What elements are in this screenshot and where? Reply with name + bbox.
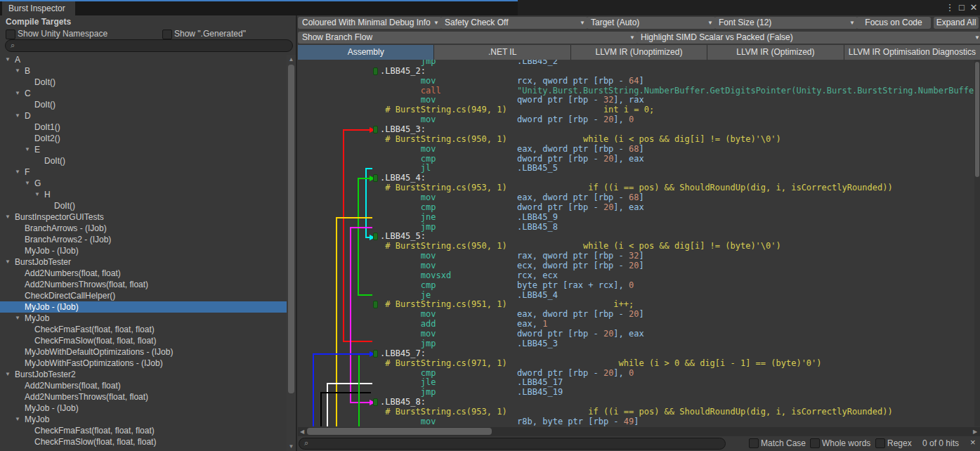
code-horizontal-scrollbar[interactable]: ◀ ▶ — [298, 427, 980, 436]
target-dropdown[interactable]: Target (Auto) ▼ — [587, 17, 716, 29]
match-case-label: Match Case — [761, 438, 806, 448]
simd-highlight-dropdown[interactable]: Highlight SIMD Scalar vs Packed (False) … — [636, 32, 980, 44]
tree-item[interactable]: BranchArrows2 - (IJob) — [0, 234, 287, 245]
scroll-right-icon[interactable]: ▶ — [971, 429, 979, 435]
tree-item[interactable]: CheckDirectCallHelper() — [0, 290, 287, 301]
tree-item[interactable]: MyJob - (IJob) — [0, 301, 287, 313]
tree-item[interactable]: ▼A — [0, 54, 287, 65]
font-size-dropdown[interactable]: Font Size (12) ▼ — [714, 17, 858, 29]
window-tab-burst-inspector[interactable]: Burst Inspector — [2, 1, 75, 15]
expanded-triangle-icon[interactable]: ▼ — [15, 65, 20, 77]
find-input[interactable]: ⌕ — [299, 438, 726, 450]
show-generated-checkbox[interactable] — [162, 30, 172, 39]
tree-item[interactable]: DoIt1() — [0, 122, 287, 133]
expanded-triangle-icon[interactable]: ▼ — [15, 414, 20, 425]
tab-llvm-ir-optimized[interactable]: LLVM IR (Optimized) — [707, 45, 844, 60]
tree-item[interactable]: ▼B — [0, 65, 287, 77]
tree-item[interactable]: Add2Numbers(float, float) — [0, 380, 287, 391]
tree-item[interactable]: ▼MyJob — [0, 313, 287, 324]
asm-seg-op: .LBB45_19 — [517, 387, 563, 397]
expanded-triangle-icon[interactable]: ▼ — [25, 144, 30, 155]
tree-item[interactable]: Add2NumbersThrows(float, float) — [0, 279, 287, 290]
code-vscroll-thumb[interactable] — [975, 62, 979, 177]
asm-seg-num: 20 — [603, 329, 613, 339]
debug-info-dropdown[interactable]: Coloured With Minimal Debug Info ▼ — [298, 17, 442, 29]
expanded-triangle-icon[interactable]: ▼ — [15, 88, 20, 99]
tree-item-label: CheckFmaFast(float, float, float) — [34, 324, 155, 335]
tab-net-il[interactable]: .NET IL — [434, 45, 570, 60]
asm-seg-op: dword ptr [rbp - — [517, 115, 603, 124]
asm-seg-op: .LBB45_8 — [517, 222, 558, 232]
expanded-triangle-icon[interactable]: ▼ — [5, 211, 11, 223]
tab-llvm-ir-unoptimized[interactable]: LLVM IR (Unoptimized) — [571, 45, 707, 60]
tree-item[interactable]: DoIt() — [0, 200, 287, 211]
tree-item[interactable]: BranchArrows - (IJob) — [0, 223, 287, 234]
tree-item[interactable]: ▼E — [0, 144, 287, 155]
tree-item[interactable]: ▼G — [0, 178, 287, 189]
tree-item[interactable]: CheckFmaFast(float, float, float) — [0, 324, 287, 335]
tree-item[interactable]: DoIt() — [0, 77, 287, 88]
tree-item[interactable]: CheckFmaFast(float, float, float) — [0, 425, 287, 436]
scroll-up-icon[interactable]: ▲ — [287, 56, 296, 63]
expanded-triangle-icon[interactable]: ▼ — [15, 110, 20, 122]
code-vertical-scrollbar[interactable] — [974, 60, 980, 426]
expanded-triangle-icon[interactable]: ▼ — [5, 369, 11, 380]
tree-item[interactable]: DoIt() — [0, 155, 287, 166]
maximize-icon[interactable]: □ — [956, 0, 967, 15]
expanded-triangle-icon[interactable]: ▼ — [15, 313, 20, 324]
tree-item[interactable]: DoIt() — [0, 99, 287, 110]
expanded-triangle-icon[interactable]: ▼ — [15, 166, 20, 178]
tree-search-input[interactable]: ⌕ — [5, 39, 293, 52]
tab-assembly[interactable]: Assembly — [298, 45, 434, 60]
show-unity-namespace-checkbox[interactable] — [6, 30, 15, 39]
tree-scrollbar[interactable]: ▲ ▼ — [287, 55, 296, 451]
asm-seg-mn: mov — [380, 115, 517, 124]
expanded-triangle-icon[interactable]: ▼ — [25, 178, 30, 189]
tree-item[interactable]: ▼H — [0, 189, 287, 200]
safety-check-dropdown[interactable]: Safety Check Off ▼ — [440, 17, 588, 29]
tree-item[interactable]: ▼C — [0, 88, 287, 99]
scroll-left-icon[interactable]: ◀ — [298, 429, 306, 435]
tree-item[interactable]: ▼MyJob — [0, 414, 287, 425]
asm-line: mov eax, dword ptr [rbp - 68] — [298, 145, 974, 155]
branch-flow-dropdown[interactable]: Show Branch Flow ▼ — [298, 32, 638, 44]
match-case-checkbox[interactable] — [749, 438, 759, 448]
tree-scrollbar-thumb[interactable] — [288, 65, 294, 393]
whole-words-checkbox[interactable] — [810, 438, 820, 448]
expanded-triangle-icon[interactable]: ▼ — [5, 256, 11, 268]
assembly-code-view[interactable]: jmp .LBB45_2.LBB45_2: mov rcx, qword ptr… — [298, 60, 974, 426]
expanded-triangle-icon[interactable]: ▼ — [34, 189, 40, 200]
close-find-icon[interactable]: × — [970, 438, 976, 447]
tree-item[interactable]: ▼D — [0, 110, 287, 122]
tree-item[interactable]: ▼BurstJobTester2 — [0, 369, 287, 380]
window-menu-icon[interactable]: ⋮ — [944, 0, 955, 15]
scroll-down-icon[interactable]: ▼ — [287, 443, 296, 450]
tree-item[interactable]: DoIt2() — [0, 133, 287, 144]
focus-on-code-button[interactable]: Focus on Code — [856, 17, 931, 29]
chevron-down-icon: ▼ — [629, 32, 635, 44]
tree-item[interactable]: CheckFmaSlow(float, float, float) — [0, 335, 287, 346]
tree-item[interactable]: ▼BurstJobTester — [0, 256, 287, 268]
chevron-down-icon: ▼ — [580, 17, 585, 29]
tree-item[interactable]: MyJob - (IJob) — [0, 403, 287, 414]
tree-item[interactable]: CheckFmaSlow(float, float, float) — [0, 436, 287, 447]
expand-all-button[interactable]: Expand All — [934, 17, 979, 29]
tree-item[interactable]: MyJobWithFastOptimizations - (IJob) — [0, 358, 287, 369]
tree-item-label: Add2NumbersThrows(float, float) — [25, 279, 148, 290]
tree-item[interactable]: ▼BurstInspectorGUITests — [0, 211, 287, 223]
block-marker-icon — [373, 350, 378, 358]
code-hscroll-thumb[interactable] — [307, 428, 492, 435]
tree-item[interactable]: ▼F — [0, 166, 287, 178]
tree-item[interactable]: Add2NumbersThrows(float, float) — [0, 391, 287, 403]
tree-item[interactable]: MyJob - (IJob) — [0, 245, 287, 256]
tree-item[interactable]: MyJobWithDefaultOptimizations - (IJob) — [0, 346, 287, 358]
tree-item[interactable]: Add2Numbers(float, float) — [0, 268, 287, 279]
close-icon[interactable]: ✕ — [968, 0, 979, 15]
compile-targets-tree[interactable]: ▼A▼BDoIt()▼CDoIt()▼DDoIt1()DoIt2()▼EDoIt… — [0, 54, 287, 451]
debug-info-dropdown-label: Coloured With Minimal Debug Info — [302, 18, 431, 27]
tab-llvm-ir-optimisation-diagnostics[interactable]: LLVM IR Optimisation Diagnostics — [844, 45, 980, 60]
asm-line: jle .LBB45_17 — [298, 378, 974, 388]
expanded-triangle-icon[interactable]: ▼ — [5, 54, 11, 65]
asm-seg-mn: jmp — [380, 339, 517, 348]
regex-checkbox[interactable] — [875, 438, 885, 448]
